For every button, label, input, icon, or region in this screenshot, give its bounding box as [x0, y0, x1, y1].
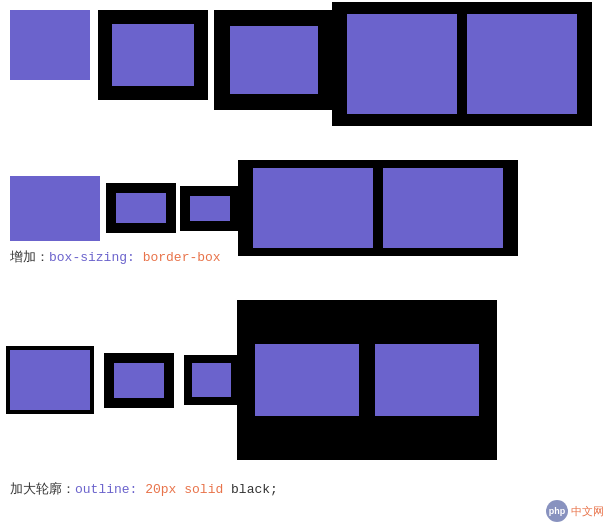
php-circle-icon: php	[546, 500, 568, 522]
s2-box2	[106, 183, 176, 233]
php-site-text: 中文网	[571, 504, 604, 519]
s3-box3	[184, 355, 239, 405]
php-logo: php 中文网	[546, 500, 606, 522]
section1-row	[10, 10, 592, 134]
s1-box45	[332, 2, 592, 126]
s3-box3-inner	[192, 363, 231, 397]
s3-box4	[255, 344, 359, 416]
label2-prefix: 增加：	[10, 250, 49, 265]
s3-box5	[375, 344, 479, 416]
s2-box45	[238, 160, 518, 256]
label3-value: 20px solid	[145, 482, 231, 497]
s1-box2-inner	[112, 24, 194, 86]
s2-box3-inner	[190, 196, 230, 221]
s1-box2	[98, 10, 208, 100]
s3-box2-inner	[114, 363, 164, 398]
s3-box2	[104, 353, 174, 408]
s2-box2-inner	[116, 193, 166, 223]
s2-box1	[10, 176, 100, 241]
label3-black: black;	[231, 482, 278, 497]
s2-box5	[383, 168, 503, 248]
label3-prefix: 加大轮廓：	[10, 482, 75, 497]
s1-box3	[214, 10, 334, 110]
s2-box3	[180, 186, 240, 231]
s3-box45	[237, 300, 497, 460]
s1-box1	[10, 10, 90, 80]
label3-property: outline:	[75, 482, 145, 497]
label2-value: border-box	[143, 250, 221, 265]
s1-box5	[467, 14, 577, 114]
s1-box3-inner	[230, 26, 318, 94]
s1-box4	[347, 14, 457, 114]
section3-row	[10, 300, 497, 460]
section2-row	[10, 160, 518, 256]
section3-label: 加大轮廓：outline: 20px solid black;	[10, 480, 278, 498]
s3-box1	[10, 350, 90, 410]
label2-property: box-sizing:	[49, 250, 143, 265]
s2-box4	[253, 168, 373, 248]
section2-label: 增加：box-sizing: border-box	[10, 248, 221, 266]
php-badge: php 中文网	[546, 500, 604, 522]
